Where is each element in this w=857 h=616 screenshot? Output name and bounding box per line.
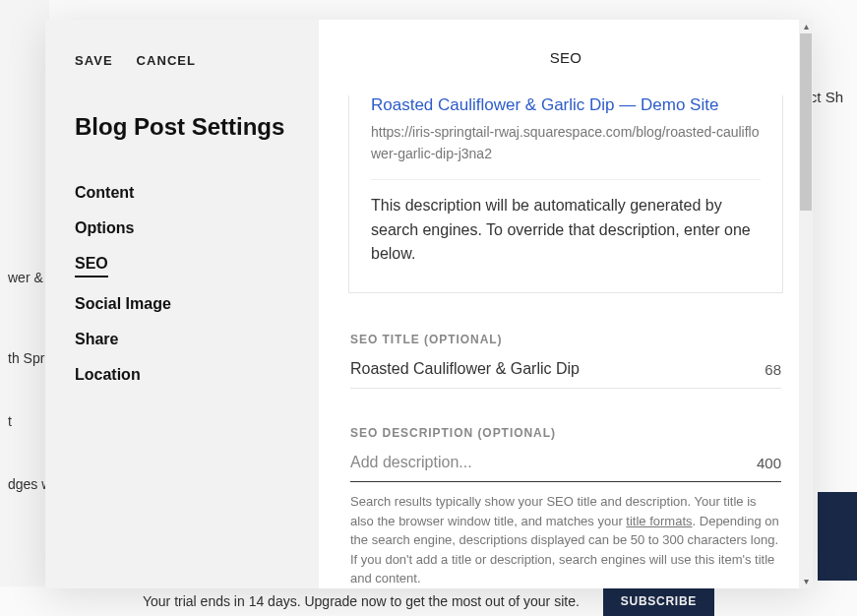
seo-description-row: 400 — [350, 454, 781, 482]
seo-title-count: 68 — [753, 361, 781, 378]
cancel-button[interactable]: CANCEL — [137, 53, 196, 68]
tab-content[interactable]: Content — [75, 184, 134, 202]
preview-description: This description will be automatically g… — [371, 194, 761, 267]
tab-social-image[interactable]: Social Image — [75, 295, 171, 313]
seo-description-count: 400 — [745, 455, 781, 471]
tab-location[interactable]: Location — [75, 366, 141, 384]
scroll-thumb[interactable] — [800, 33, 812, 211]
seo-title-row: 68 — [350, 360, 781, 389]
settings-tab-list: Content Options SEO Social Image Share L… — [75, 184, 289, 384]
preview-url: https://iris-springtail-rwaj.squarespace… — [371, 121, 761, 165]
seo-description-field: SEO DESCRIPTION (OPTIONAL) 400 Search re… — [350, 426, 781, 588]
tab-share[interactable]: Share — [75, 331, 118, 348]
modal-scrollbar[interactable]: ▴ ▾ — [799, 20, 813, 588]
save-button[interactable]: SAVE — [75, 53, 113, 68]
seo-title-field: SEO TITLE (OPTIONAL) 68 — [350, 333, 781, 389]
scroll-down-icon[interactable]: ▾ — [800, 576, 812, 587]
seo-title-input[interactable] — [350, 360, 753, 378]
modal-actions: SAVE CANCEL — [75, 53, 289, 68]
tab-options[interactable]: Options — [75, 219, 134, 237]
seo-description-help: Search results typically show your SEO t… — [350, 492, 781, 588]
preview-title: Roasted Cauliflower & Garlic Dip — Demo … — [371, 95, 761, 115]
search-preview-card: Roasted Cauliflower & Garlic Dip — Demo … — [348, 95, 783, 293]
seo-description-label: SEO DESCRIPTION (OPTIONAL) — [350, 426, 781, 440]
seo-description-input[interactable] — [350, 454, 745, 471]
title-formats-link[interactable]: title formats — [626, 514, 692, 528]
blog-post-settings-modal: SAVE CANCEL Blog Post Settings Content O… — [45, 20, 813, 588]
modal-sidebar: SAVE CANCEL Blog Post Settings Content O… — [45, 20, 319, 588]
scroll-up-icon[interactable]: ▴ — [800, 21, 812, 32]
seo-panel: SEO Roasted Cauliflower & Garlic Dip — D… — [319, 20, 813, 588]
modal-title: Blog Post Settings — [75, 113, 289, 141]
tab-seo[interactable]: SEO — [75, 255, 108, 277]
seo-title-label: SEO TITLE (OPTIONAL) — [350, 333, 781, 346]
preview-divider — [371, 179, 761, 180]
panel-title: SEO — [338, 43, 793, 66]
